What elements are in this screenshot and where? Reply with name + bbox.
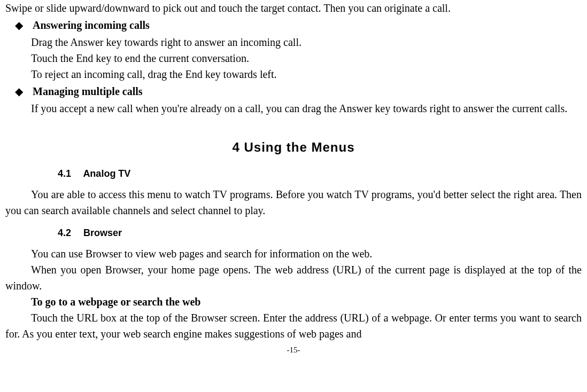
analogtv-paragraph: You are able to access this menu to watc… (5, 186, 582, 218)
diamond-icon: ◆ (15, 17, 23, 33)
managing-paragraph: If you accept a new call when you're alr… (5, 100, 582, 116)
bullet-managing-label: Managing multiple calls (33, 83, 143, 99)
intro-paragraph: Swipe or slide upward/downward to pick o… (5, 0, 582, 16)
section-title-text: Using the Menus (244, 140, 355, 154)
subsection-42-title: Browser (83, 228, 122, 238)
answering-line3: To reject an incoming call, drag the End… (5, 66, 582, 82)
browser-heading: To go to a webpage or search the web (5, 294, 582, 310)
subsection-41-num: 4.1 (58, 167, 71, 181)
bullet-answering: ◆ Answering incoming calls (5, 17, 582, 33)
diamond-icon: ◆ (15, 83, 23, 99)
subsection-42-num: 4.2 (58, 226, 71, 240)
browser-p2: When you open Browser, your home page op… (5, 262, 582, 294)
answering-line2: Touch the End key to end the current con… (5, 50, 582, 66)
browser-p1: You can use Browser to view web pages an… (5, 246, 582, 262)
section-4-title: 4 Using the Menus (5, 138, 582, 157)
bullet-answering-label: Answering incoming calls (33, 17, 150, 33)
page-number: -15- (5, 344, 582, 356)
answering-line1: Drag the Answer key towards right to ans… (5, 34, 582, 50)
bullet-managing: ◆ Managing multiple calls (5, 83, 582, 99)
subsection-41-title: Analog TV (83, 168, 130, 179)
section-num: 4 (232, 140, 240, 154)
browser-p3: Touch the URL box at the top of the Brow… (5, 310, 582, 342)
subsection-42: 4.2 Browser (58, 226, 582, 240)
subsection-41: 4.1 Analog TV (58, 167, 582, 181)
